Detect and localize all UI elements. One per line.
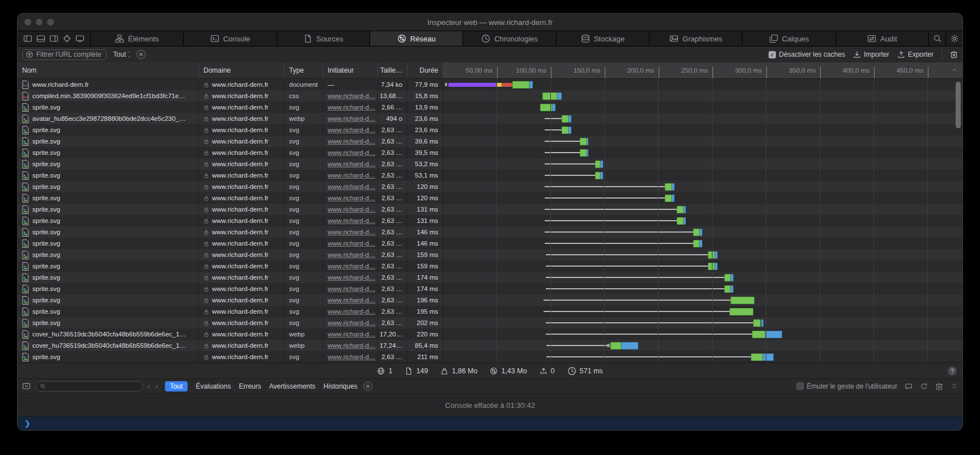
table-row[interactable]: sprite.svgwww.richard-dern.frsvgwww.rich… xyxy=(18,317,962,328)
console-scope-tout[interactable]: Tout xyxy=(165,381,188,391)
table-row[interactable]: sprite.svgwww.richard-dern.frsvgwww.rich… xyxy=(18,260,962,272)
initiator-link[interactable]: www.richard-d… xyxy=(328,172,375,179)
initiator-link[interactable]: www.richard-d… xyxy=(328,149,375,156)
tab-console[interactable]: Console xyxy=(183,31,276,46)
tab-reseau[interactable]: Réseau xyxy=(370,31,463,46)
table-row[interactable]: sprite.svgwww.richard-dern.frsvgwww.rich… xyxy=(18,158,962,170)
table-row[interactable]: <>www.richard-dern.frwww.richard-dern.fr… xyxy=(18,79,962,90)
disable-caches-checkbox[interactable]: ✓ Désactiver les caches xyxy=(769,50,845,58)
table-row[interactable]: sprite.svgwww.richard-dern.frsvgwww.rich… xyxy=(18,102,962,113)
filter-menu-icon[interactable] xyxy=(137,50,146,59)
table-row[interactable]: sprite.svgwww.richard-dern.frsvgwww.rich… xyxy=(18,215,962,226)
clear-network-button[interactable] xyxy=(950,50,958,58)
timeline-header[interactable]: 50,00 ms 100,00 ms 150,0 ms 200,0 ms 250… xyxy=(443,62,962,78)
initiator-link[interactable]: www.richard-d… xyxy=(328,138,375,145)
table-row[interactable]: sprite.svgwww.richard-dern.frsvgwww.rich… xyxy=(18,124,962,136)
console-search-input[interactable] xyxy=(35,381,143,391)
table-row[interactable]: sprite.svgwww.richard-dern.frsvgwww.rich… xyxy=(18,204,962,215)
console-scope-erreurs[interactable]: Erreurs xyxy=(239,382,261,390)
console-prompt[interactable]: ❯ xyxy=(18,416,962,430)
collapse-console-icon[interactable] xyxy=(951,382,958,390)
console-scope-avertissements[interactable]: Avertissements xyxy=(269,382,316,390)
initiator-link[interactable]: www.richard-d… xyxy=(328,92,375,99)
console-scope-historiques[interactable]: Historiques xyxy=(324,382,358,390)
initiator-link[interactable]: www.richard-d… xyxy=(328,240,375,247)
dock-right-icon[interactable] xyxy=(49,34,58,43)
help-button[interactable]: ? xyxy=(948,366,957,376)
url-filter-input[interactable]: Filtrer l'URL complète xyxy=(22,49,107,60)
initiator-link[interactable]: www.richard-d… xyxy=(328,353,375,360)
table-row[interactable]: sprite.svgwww.richard-dern.frsvgwww.rich… xyxy=(18,181,962,192)
tab-stockage[interactable]: Stockage xyxy=(556,31,649,46)
tab-sources[interactable]: Sources xyxy=(277,31,370,46)
console-scope-evaluations[interactable]: Évaluations xyxy=(196,382,231,390)
tab-calques[interactable]: Calques xyxy=(742,31,835,46)
gear-icon[interactable] xyxy=(945,31,962,46)
import-button[interactable]: Importer xyxy=(853,50,889,58)
refresh-icon[interactable] xyxy=(920,382,928,390)
zoom-button[interactable] xyxy=(47,19,54,26)
initiator-link[interactable]: www.richard-d… xyxy=(328,251,375,258)
initiator-link[interactable]: www.richard-d… xyxy=(328,206,375,213)
chevron-right-icon[interactable]: › xyxy=(155,382,158,390)
initiator-link[interactable]: www.richard-d… xyxy=(328,331,375,338)
tab-chronologies[interactable]: Chronologies xyxy=(463,31,555,46)
minimize-button[interactable] xyxy=(36,19,43,26)
table-row[interactable]: sprite.svgwww.richard-dern.frsvgwww.rich… xyxy=(18,272,962,283)
column-header[interactable]: Durée xyxy=(408,62,443,78)
table-row[interactable]: sprite.svgwww.richard-dern.frsvgwww.rich… xyxy=(18,226,962,238)
initiator-link[interactable]: www.richard-d… xyxy=(328,115,375,122)
initiator-link[interactable]: www.richard-d… xyxy=(328,319,375,326)
search-icon[interactable] xyxy=(928,31,945,46)
dock-left-icon[interactable] xyxy=(23,34,32,43)
device-icon[interactable] xyxy=(75,34,84,43)
initiator-link[interactable]: www.richard-d… xyxy=(328,161,375,167)
tab-graphismes[interactable]: Graphismes xyxy=(649,31,742,46)
close-button[interactable] xyxy=(24,19,31,26)
initiator-link[interactable]: www.richard-d… xyxy=(328,274,375,281)
table-row[interactable]: cover_hu736519dc3b5040cfa48b6b559b6de6ec… xyxy=(18,340,962,351)
column-header[interactable]: Domaine xyxy=(199,62,285,78)
initiator-link[interactable]: www.richard-d… xyxy=(328,195,375,201)
initiator-link[interactable]: www.richard-d… xyxy=(328,285,375,292)
vertical-scrollbar[interactable] xyxy=(956,82,961,128)
table-row[interactable]: sprite.svgwww.richard-dern.frsvgwww.rich… xyxy=(18,249,962,260)
tab-elements[interactable]: Éléments xyxy=(91,31,183,46)
table-row[interactable]: sprite.svgwww.richard-dern.frsvgwww.rich… xyxy=(18,170,962,181)
table-row[interactable]: sprite.svgwww.richard-dern.frsvgwww.rich… xyxy=(18,238,962,249)
initiator-link[interactable]: www.richard-d… xyxy=(328,263,375,269)
initiator-link[interactable]: www.richard-d… xyxy=(328,217,375,224)
table-row[interactable]: sprite.svgwww.richard-dern.frsvgwww.rich… xyxy=(18,192,962,204)
table-row[interactable]: sprite.svgwww.richard-dern.frsvgwww.rich… xyxy=(18,294,962,306)
table-row[interactable]: sprite.svgwww.richard-dern.frsvgwww.rich… xyxy=(18,136,962,147)
table-row[interactable]: avatar_hu85ecc3e298728880b0bde2dcc4e5c23… xyxy=(18,113,962,124)
table-row[interactable]: csscompiled.min.38390909f303624ed9e1cf1b… xyxy=(18,90,962,102)
export-button[interactable]: Exporter xyxy=(897,50,934,58)
table-row[interactable]: sprite.svgwww.richard-dern.frsvgwww.rich… xyxy=(18,306,962,317)
table-row[interactable]: sprite.svgwww.richard-dern.frsvgwww.rich… xyxy=(18,283,962,294)
console-messages-icon[interactable] xyxy=(905,382,913,390)
dock-bottom-icon[interactable] xyxy=(36,34,45,43)
table-row[interactable]: sprite.svgwww.richard-dern.frsvgwww.rich… xyxy=(18,351,962,363)
resource-type-select[interactable]: Tout ⌃⌄ xyxy=(113,50,131,58)
console-drawer-icon[interactable] xyxy=(22,382,31,390)
initiator-link[interactable]: www.richard-d… xyxy=(328,104,375,111)
table-row[interactable]: cover_hu736519dc3b5040cfa48b6b559b6de6ec… xyxy=(18,328,962,340)
column-header[interactable]: Type xyxy=(285,62,323,78)
column-header[interactable]: Initiateur xyxy=(323,62,378,78)
clear-console-icon[interactable] xyxy=(935,382,943,390)
console-filter-menu-icon[interactable] xyxy=(363,382,372,391)
initiator-link[interactable]: www.richard-d… xyxy=(328,229,375,235)
column-header[interactable]: Taille… xyxy=(378,62,408,78)
initiator-link[interactable]: www.richard-d… xyxy=(328,342,375,349)
chevron-up-icon[interactable] xyxy=(951,66,958,73)
column-header[interactable]: Nom xyxy=(18,62,199,78)
tab-audit[interactable]: Audit xyxy=(835,31,928,46)
element-picker-icon[interactable] xyxy=(62,34,71,43)
initiator-link[interactable]: www.richard-d… xyxy=(328,127,375,133)
initiator-link[interactable]: www.richard-d… xyxy=(328,308,375,315)
emulate-gesture-checkbox[interactable]: Émuler le geste de l'utilisateur xyxy=(796,382,897,390)
table-row[interactable]: sprite.svgwww.richard-dern.frsvgwww.rich… xyxy=(18,147,962,158)
chevron-left-icon[interactable]: ‹ xyxy=(147,382,150,390)
initiator-link[interactable]: www.richard-d… xyxy=(328,183,375,190)
